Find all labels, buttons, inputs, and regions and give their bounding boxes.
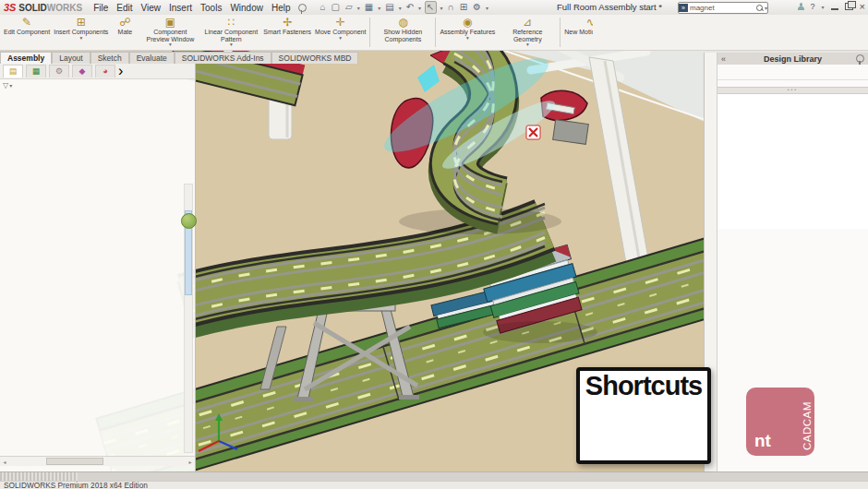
brand-vertical-text: CADCAM: [802, 393, 813, 450]
help-dropdown-icon[interactable]: ▾: [822, 4, 825, 10]
tab-assembly[interactable]: Assembly: [0, 52, 52, 64]
tree-horizontal-scrollbar[interactable]: ◂ ▸: [0, 456, 195, 466]
magnet-tool-icon[interactable]: ∩: [447, 2, 455, 13]
tab-solidworks-mbd[interactable]: SOLIDWORKS MBD: [271, 52, 359, 64]
design-library-items: [717, 94, 868, 229]
filter-funnel-icon[interactable]: ▽: [3, 81, 8, 89]
undo-icon[interactable]: ↶: [405, 2, 415, 13]
save-icon[interactable]: ▦: [364, 2, 374, 13]
pin-icon[interactable]: [856, 54, 864, 63]
menu-tools[interactable]: Tools: [200, 3, 222, 13]
display-manager-tab[interactable]: ◕: [95, 65, 115, 78]
chevron-down-icon: ▾: [169, 42, 172, 47]
scroll-right-icon[interactable]: ▸: [186, 459, 195, 465]
mate-button[interactable]: ☍Mate: [110, 15, 139, 50]
task-pane-header: « Design Library: [717, 53, 868, 65]
panel-splitter[interactable]: •••: [717, 87, 868, 94]
property-manager-tab[interactable]: ▦: [26, 65, 46, 78]
home-icon[interactable]: ⌂: [319, 2, 327, 13]
component-preview-window-label: Component Preview Window: [141, 29, 199, 42]
new-motion-study-button[interactable]: ∿New Motion Study: [562, 15, 593, 50]
manager-tabs-flyout-icon[interactable]: ›: [118, 63, 123, 79]
menu-file[interactable]: File: [93, 3, 108, 13]
show-hidden-components-button[interactable]: ◍Show Hidden Components: [372, 15, 433, 50]
scroll-thumb[interactable]: [46, 458, 103, 465]
command-manager-tabs: AssemblyLayoutSketchEvaluateSOLIDWORKS A…: [0, 50, 358, 64]
search-dropdown-icon[interactable]: ▾: [765, 5, 767, 11]
move-component-button[interactable]: ✛Move Component▾: [313, 15, 368, 50]
tab-sketch[interactable]: Sketch: [90, 52, 129, 64]
menu-help[interactable]: Help: [271, 3, 291, 13]
linear-component-pattern-button[interactable]: ∷Linear Component Pattern▾: [200, 15, 261, 50]
shortcuts-title: Shortcuts: [580, 371, 707, 401]
search-scope-icon[interactable]: »: [679, 4, 688, 12]
search-box[interactable]: » ▾: [678, 2, 768, 14]
print-icon[interactable]: ▤: [384, 2, 394, 13]
insert-components-icon: ⊞: [77, 17, 86, 29]
search-icon[interactable]: [756, 5, 763, 11]
show-hidden-components-icon: ◍: [398, 17, 407, 29]
move-component-icon: ✛: [336, 17, 345, 29]
mass-properties-icon[interactable]: ⊞: [459, 2, 468, 13]
edit-component-icon: ✎: [22, 17, 31, 29]
configuration-manager-tab[interactable]: ⚙: [49, 65, 69, 78]
reference-geometry-button[interactable]: ⊿Reference Geometry▾: [497, 15, 558, 50]
smart-fasteners-label: Smart Fasteners: [263, 29, 311, 36]
insert-components-button[interactable]: ⊞Insert Components▾: [52, 15, 110, 50]
new-motion-study-label: New Motion Study: [564, 29, 593, 36]
linear-component-pattern-icon: ∷: [228, 17, 235, 29]
tab-evaluate[interactable]: Evaluate: [129, 52, 175, 64]
filter-dropdown-icon[interactable]: ▾: [9, 82, 12, 89]
smart-fasteners-button[interactable]: ✢Smart Fasteners: [261, 15, 313, 50]
new-document-icon[interactable]: ▢: [331, 2, 341, 13]
scroll-left-icon[interactable]: ◂: [0, 459, 9, 465]
open-document-icon[interactable]: ▱: [344, 2, 354, 13]
open-document-dropdown-icon[interactable]: ▾: [357, 5, 360, 11]
options-gear-icon[interactable]: ⚙: [472, 2, 482, 13]
show-hidden-components-label: Show Hidden Components: [374, 29, 431, 42]
restore-button[interactable]: [845, 3, 853, 10]
undo-dropdown-icon[interactable]: ▾: [418, 5, 421, 11]
close-button[interactable]: ×: [860, 1, 865, 12]
feature-tree: [0, 91, 195, 456]
select-cursor-icon[interactable]: ↖: [425, 1, 436, 14]
minimize-button[interactable]: [831, 8, 838, 10]
toolbar-separator: [369, 18, 370, 47]
status-edition: SOLIDWORKS Premium 2018 x64 Edition: [4, 481, 148, 489]
help-icon[interactable]: ?: [811, 2, 815, 11]
edit-component-button[interactable]: ✎Edit Component: [2, 15, 52, 50]
title-bar: 3S SOLIDWORKS FileEditViewInsertToolsWin…: [0, 0, 868, 16]
dimxpert-manager-tab[interactable]: ◆: [72, 65, 92, 78]
tab-solidworks-add-ins[interactable]: SOLIDWORKS Add-Ins: [175, 52, 271, 64]
component-preview-window-button[interactable]: ▣Component Preview Window▾: [139, 15, 200, 50]
search-input[interactable]: [688, 4, 756, 12]
cadcam-brand-logo: nt CADCAM: [746, 388, 814, 456]
assembly-features-button[interactable]: ◉Assembly Features▾: [438, 15, 497, 50]
options-gear-dropdown-icon[interactable]: ▾: [486, 5, 488, 11]
select-cursor-dropdown-icon[interactable]: ▾: [440, 5, 443, 11]
menu-view[interactable]: View: [141, 3, 162, 13]
design-library-toolbar: [717, 65, 868, 80]
menu-window[interactable]: Window: [230, 3, 263, 13]
task-pane-title: Design Library: [729, 54, 856, 64]
menu-insert[interactable]: Insert: [169, 3, 192, 13]
design-library-tree: [717, 80, 868, 87]
chevron-down-icon: ▾: [339, 36, 342, 41]
menu-edit[interactable]: Edit: [116, 3, 132, 13]
login-icon[interactable]: [798, 3, 804, 10]
chevron-down-icon: ▾: [79, 36, 82, 41]
brand-short-text: nt: [754, 431, 771, 451]
pin-menu-icon[interactable]: [298, 4, 307, 12]
pane-splitter-handle[interactable]: [181, 213, 197, 229]
print-dropdown-icon[interactable]: ▾: [399, 5, 402, 11]
save-dropdown-icon[interactable]: ▾: [378, 5, 380, 11]
manager-tab-bar: ▤▦⚙◆◕›: [0, 64, 195, 79]
reference-geometry-label: Reference Geometry: [499, 29, 556, 42]
chevron-down-icon: ▾: [466, 36, 469, 41]
quick-access-toolbar: ⌂▢▱▾▦▾▤▾↶▾↖▾∩⊞⚙▾: [319, 1, 489, 14]
tab-layout[interactable]: Layout: [52, 52, 90, 64]
feature-manager-tab[interactable]: ▤: [3, 65, 23, 78]
chevron-down-icon: ▾: [230, 42, 233, 47]
new-motion-study-icon: ∿: [586, 17, 593, 29]
collapse-icon[interactable]: «: [721, 54, 726, 64]
